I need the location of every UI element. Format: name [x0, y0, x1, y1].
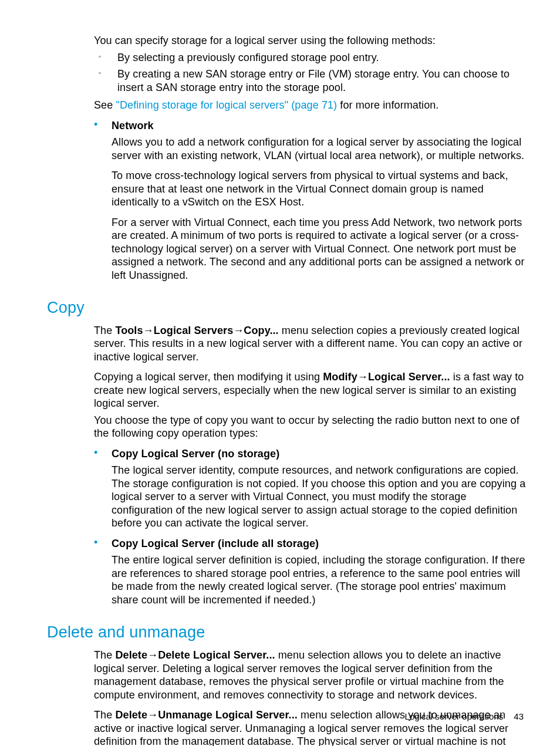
- copy-paragraph-2: Copying a logical server, then modifying…: [94, 370, 528, 410]
- defining-storage-link[interactable]: "Defining storage for logical servers" (…: [116, 99, 337, 111]
- text: The: [94, 709, 115, 721]
- text: for more information.: [337, 99, 438, 111]
- content-column: You can specify storage for a logical se…: [94, 34, 528, 746]
- copy-item-title: Copy Logical Server (include all storage…: [112, 537, 528, 551]
- network-paragraph-1: Allows you to add a network configuratio…: [112, 136, 528, 162]
- footer-label: Logical server operations: [405, 711, 504, 721]
- network-heading: Network: [112, 119, 528, 133]
- menu-path: Delete→Unmanage Logical Server...: [115, 709, 297, 721]
- intro-bullet-list: By selecting a previously configured sto…: [94, 51, 528, 94]
- menu-path: Tools→Logical Servers→Copy...: [115, 325, 278, 336]
- delete-paragraph-1: The Delete→Delete Logical Server... menu…: [94, 649, 528, 701]
- menu-path: Modify→Logical Server...: [323, 371, 450, 383]
- page-number: 43: [514, 711, 524, 721]
- see-also-paragraph: See "Defining storage for logical server…: [94, 99, 528, 112]
- text: See: [94, 99, 116, 111]
- list-item: Copy Logical Server (include all storage…: [92, 537, 528, 607]
- text: Copying a logical server, then modifying…: [94, 371, 323, 383]
- copy-heading: Copy: [47, 298, 528, 318]
- page: You can specify storage for a logical se…: [0, 0, 560, 746]
- copy-item-body: The logical server identity, compute res…: [112, 464, 528, 530]
- network-paragraph-2: To move cross-technology logical servers…: [112, 169, 528, 209]
- list-item: By creating a new SAN storage entry or F…: [94, 67, 528, 94]
- page-footer: Logical server operations 43: [405, 711, 524, 721]
- text: The: [94, 325, 115, 336]
- intro-paragraph: You can specify storage for a logical se…: [94, 34, 528, 48]
- copy-item-body: The entire logical server definition is …: [112, 553, 528, 606]
- copy-item-title: Copy Logical Server (no storage): [112, 447, 528, 461]
- list-item: Copy Logical Server (no storage) The log…: [92, 447, 528, 530]
- network-bullet: Network Allows you to add a network conf…: [92, 119, 528, 282]
- list-item: Network Allows you to add a network conf…: [92, 119, 528, 282]
- copy-paragraph-3: You choose the type of copy you want to …: [94, 414, 528, 440]
- network-paragraph-3: For a server with Virtual Connect, each …: [112, 216, 528, 282]
- delete-heading: Delete and unmanage: [47, 623, 528, 643]
- copy-paragraph-1: The Tools→Logical Servers→Copy... menu s…: [94, 324, 528, 364]
- list-item: By selecting a previously configured sto…: [94, 51, 528, 65]
- copy-items-list: Copy Logical Server (no storage) The log…: [92, 447, 528, 607]
- text: The: [94, 649, 115, 661]
- menu-path: Delete→Delete Logical Server...: [115, 649, 275, 661]
